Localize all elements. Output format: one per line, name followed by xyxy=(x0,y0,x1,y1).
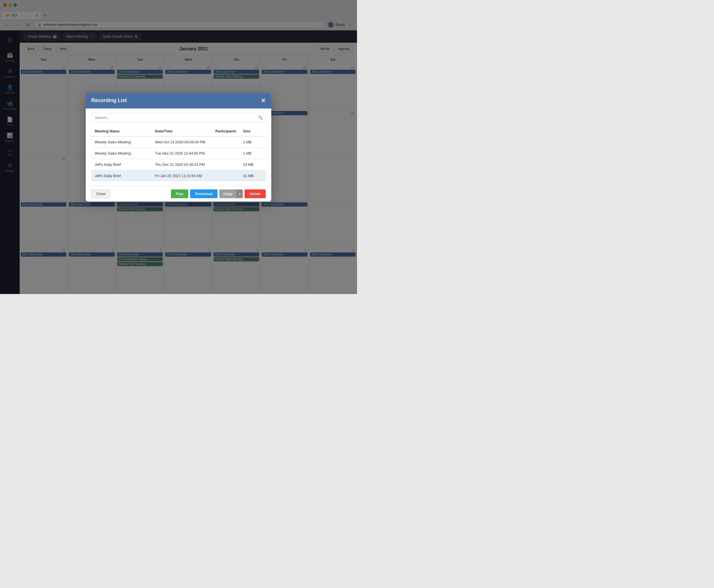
recording-table: Meeting Name Date/Time Participants Size… xyxy=(91,126,266,181)
table-row[interactable]: Weekly Sales MeetingTue Dec 01 2020 12:4… xyxy=(91,148,266,159)
cell-name: Weekly Sales Meeting xyxy=(91,136,152,148)
recording-search-input[interactable] xyxy=(91,113,266,122)
cell-participants xyxy=(212,148,239,159)
copy-button-wrap: Copy ▾ Copy Download Link Copy Playback … xyxy=(219,189,243,198)
table-row[interactable]: Jeff's Daily BriefFri Jan 22 2021 11:23:… xyxy=(91,170,266,181)
search-icon: 🔍 xyxy=(258,115,263,120)
column-header-name: Meeting Name xyxy=(91,126,152,136)
cell-participants xyxy=(212,170,239,181)
modal-title: Recording List xyxy=(91,98,127,103)
column-header-participants: Participants xyxy=(212,126,239,136)
delete-button[interactable]: Delete xyxy=(245,189,266,198)
search-wrap: 🔍 xyxy=(91,113,266,122)
modal-overlay[interactable]: Recording List ✕ 🔍 Meeting Name Date/Tim… xyxy=(0,0,357,294)
table-row[interactable]: Weekly Sales MeetingWed Oct 14 2020 04:0… xyxy=(91,136,266,148)
cell-datetime: Fri Jan 22 2021 11:23:59 AM xyxy=(152,170,212,181)
play-button[interactable]: Play xyxy=(171,189,189,198)
app-container: ☰ 📅 Meetings ✉ Invitations 👤 Contacts 📹 … xyxy=(0,30,357,294)
cell-size: 1 MB xyxy=(240,148,266,159)
modal-footer: Close Play Download Copy ▾ Copy Download… xyxy=(86,186,271,202)
cell-datetime: Wed Oct 14 2020 04:09:04 PM xyxy=(152,136,212,148)
cell-size: 31 MB xyxy=(240,170,266,181)
copy-dropdown-arrow-button[interactable]: ▾ xyxy=(236,189,243,198)
close-modal-button[interactable]: Close xyxy=(91,189,110,198)
copy-button[interactable]: Copy xyxy=(219,189,236,198)
download-button[interactable]: Download xyxy=(190,189,217,198)
cell-participants xyxy=(212,136,239,148)
cell-datetime: Tue Dec 01 2020 12:44:00 PM xyxy=(152,148,212,159)
copy-download-link-item[interactable]: Copy Download Link xyxy=(192,200,243,202)
modal-header: Recording List ✕ xyxy=(86,93,271,108)
recording-list-modal: Recording List ✕ 🔍 Meeting Name Date/Tim… xyxy=(86,93,271,202)
modal-close-button[interactable]: ✕ xyxy=(261,97,266,104)
cell-name: Weekly Sales Meeting xyxy=(91,148,152,159)
cell-size: 23 MB xyxy=(240,159,266,170)
cell-name: Jeff's Daily Brief xyxy=(91,170,152,181)
cell-name: Jeff's Daily Brief xyxy=(91,159,152,170)
cell-size: 1 MB xyxy=(240,136,266,148)
copy-dropdown-menu: Copy Download Link Copy Playback Link xyxy=(192,199,243,202)
table-row[interactable]: Jeff's Daily BriefThu Dec 31 2020 02:46:… xyxy=(91,159,266,170)
action-buttons: Play Download Copy ▾ Copy Download Link … xyxy=(171,189,266,198)
column-header-datetime: Date/Time xyxy=(152,126,212,136)
cell-participants xyxy=(212,159,239,170)
column-header-size: Size xyxy=(240,126,266,136)
recording-table-body: Weekly Sales MeetingWed Oct 14 2020 04:0… xyxy=(91,136,266,181)
modal-body: 🔍 Meeting Name Date/Time Participants Si… xyxy=(86,108,271,186)
cell-datetime: Thu Dec 31 2020 02:46:31 PM xyxy=(152,159,212,170)
